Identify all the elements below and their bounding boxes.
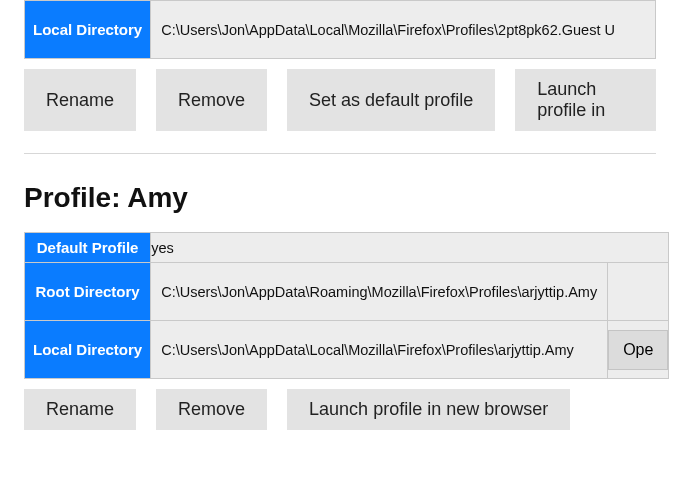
default-profile-label: Default Profile [25,233,151,263]
local-directory-value: C:\Users\Jon\AppData\Local\Mozilla\Firef… [151,321,608,379]
set-default-button[interactable]: Set as default profile [287,69,495,131]
root-directory-label: Root Directory [25,263,151,321]
rename-button[interactable]: Rename [24,69,136,131]
profile-actions-guest: Rename Remove Set as default profile Lau… [24,69,656,154]
launch-profile-button[interactable]: Launch profile in new browser [287,389,570,430]
profile-actions-amy: Rename Remove Launch profile in new brow… [24,389,656,452]
remove-button[interactable]: Remove [156,389,267,430]
rename-button[interactable]: Rename [24,389,136,430]
root-directory-action [608,263,669,321]
local-directory-value: C:\Users\Jon\AppData\Local\Mozilla\Firef… [151,1,656,59]
profile-heading-amy: Profile: Amy [24,182,656,214]
open-folder-button[interactable]: Ope [608,330,668,370]
profile-table-amy: Default Profile yes Root Directory C:\Us… [24,232,669,379]
local-directory-label: Local Directory [25,321,151,379]
local-directory-label: Local Directory [25,1,151,59]
root-directory-value: C:\Users\Jon\AppData\Roaming\Mozilla\Fir… [151,263,608,321]
remove-button[interactable]: Remove [156,69,267,131]
default-profile-value: yes [151,233,669,263]
profile-table-guest: Local Directory C:\Users\Jon\AppData\Loc… [24,0,656,59]
launch-profile-button[interactable]: Launch profile in [515,69,656,131]
local-directory-action: Ope [608,321,669,379]
